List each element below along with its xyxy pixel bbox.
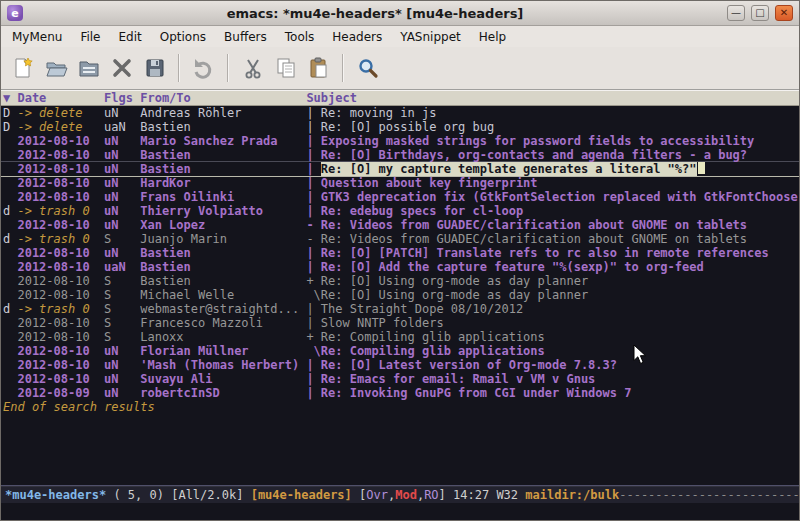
message-mark-char [3,190,10,204]
message-date-or-mark: -> delete [17,106,89,120]
menu-item-help[interactable]: Help [470,28,515,46]
menu-item-yasnippet[interactable]: YASnippet [391,28,470,46]
message-row[interactable]: 2012-08-10uNBastien|Re: [O] Birthdays, o… [1,148,799,162]
message-from: robertcInSD [140,386,299,400]
message-flags: S [104,274,133,288]
message-row[interactable]: 2012-08-10uNBastien|Re: [O] my capture t… [1,162,799,176]
message-from: Bastien [140,162,299,176]
message-row[interactable]: 2012-08-10SFrancesco Mazzoli|Slow NNTP f… [1,316,799,330]
message-row[interactable]: D-> deleteuaNBastien|Re: [O] possible or… [1,120,799,134]
close-button[interactable]: ✕ [775,5,793,21]
message-row[interactable]: D-> deleteuNAndreas Röhler|Re: moving in… [1,106,799,120]
message-row[interactable]: 2012-08-10SMichael Welle \Re: [O] Using … [1,288,799,302]
message-row[interactable]: 2012-08-10uNSuvayu Ali|Re: Emacs for ema… [1,372,799,386]
message-date-or-mark: 2012-08-10 [17,288,89,302]
message-flags: uN [104,148,133,162]
menu-item-edit[interactable]: Edit [110,28,151,46]
undo-button[interactable] [187,52,220,85]
message-row[interactable]: 2012-08-09uNrobertcInSD|Re: Invoking Gnu… [1,386,799,400]
column-header-date[interactable]: Date [17,91,89,105]
kill-buffer-button[interactable] [105,52,138,85]
message-from: Xan Lopez [140,218,299,232]
toolbar-separator [227,54,229,82]
message-row[interactable]: 2012-08-10uNBastien|Re: [O] [PATCH] Tran… [1,246,799,260]
modeline-buffer-name[interactable]: *mu4e-headers* [5,488,106,502]
column-header-flags[interactable]: Flgs [104,91,133,105]
message-mark-char [3,386,10,400]
message-row[interactable]: 2012-08-10SBastien+Re: [O] Using org-mod… [1,274,799,288]
thread-connector: | [306,162,320,176]
message-from: 'Mash (Thomas Herbert) [140,358,299,372]
message-row[interactable]: d-> trash 0uNThierry Volpiatto|Re: edebu… [1,204,799,218]
sort-direction-icon[interactable]: ▼ [3,91,10,105]
message-mark-char [3,260,10,274]
message-subject: Re: Videos from GUADEC/clarification abo… [321,218,747,232]
message-row[interactable]: 2012-08-10uNXan Lopez-Re: Videos from GU… [1,218,799,232]
mode-line[interactable]: *mu4e-headers* ( 5, 0) [All/2.0k] [mu4e-… [1,485,799,503]
thread-connector: | [306,190,320,204]
message-subject: Re: Compiling glib applications [321,344,545,358]
save-button[interactable] [138,52,171,85]
message-from: Suvayu Ali [140,372,299,386]
message-date-or-mark: 2012-08-10 [17,330,89,344]
thread-connector: - [306,232,320,246]
message-row[interactable]: d-> trash 0Swebmaster@straightd...|The S… [1,302,799,316]
message-from: Florian Müllner [140,344,299,358]
modeline-major-mode[interactable]: [mu4e-headers] [251,488,352,502]
message-row[interactable]: 2012-08-10uNHardKor|Question about key f… [1,176,799,190]
open-file-button[interactable] [39,52,72,85]
menu-item-buffers[interactable]: Buffers [215,28,276,46]
search-button[interactable] [351,52,384,85]
message-row[interactable]: 2012-08-10uNFrans Oilinki|GTK3 deprecati… [1,190,799,204]
menu-item-file[interactable]: File [71,28,109,46]
modeline-overwrite-indicator[interactable]: Ovr [366,488,388,502]
modeline-comma: , [417,488,424,502]
cut-button[interactable] [236,52,269,85]
mu4e-headers-buffer: D-> deleteuNAndreas Röhler|Re: moving in… [1,106,799,485]
modeline-filler: -------------------------- [619,488,799,502]
echo-area[interactable] [1,503,799,520]
new-file-button[interactable] [6,52,39,85]
menu-item-mymenu[interactable]: MyMenu [3,28,71,46]
modeline-modified-indicator[interactable]: Mod [395,488,417,502]
dired-button[interactable] [72,52,105,85]
paste-button[interactable] [302,52,335,85]
modeline-readonly-indicator[interactable]: RO [424,488,438,502]
message-date-or-mark: -> trash 0 [17,302,89,316]
message-flags: uN [104,358,133,372]
copy-button[interactable] [269,52,302,85]
message-row[interactable]: 2012-08-10uN'Mash (Thomas Herbert)|Re: [… [1,358,799,372]
message-row[interactable]: d-> trash 0SJuanjo Marin-Re: Videos from… [1,232,799,246]
paste-icon [307,56,331,80]
column-header-from[interactable]: From/To [140,91,299,105]
message-row[interactable]: 2012-08-10SLanoxx+Re: Compiling glib app… [1,330,799,344]
message-date-or-mark: 2012-08-10 [17,316,89,330]
message-subject: Re: [O] Using org-mode as day planner [321,288,588,302]
maximize-button[interactable]: □ [751,5,769,21]
menu-item-headers[interactable]: Headers [323,28,391,46]
message-from: Bastien [140,246,299,260]
message-from: Frans Oilinki [140,190,299,204]
message-row[interactable]: 2012-08-10uNMario Sanchez Prada|Exposing… [1,134,799,148]
message-mark-char: d [3,232,10,246]
message-from: Bastien [140,260,299,274]
message-date-or-mark: 2012-08-10 [17,134,89,148]
column-header-subject[interactable]: Subject [306,91,357,105]
message-date-or-mark: -> trash 0 [17,232,89,246]
message-flags: uN [104,162,133,176]
thread-connector: | [306,260,320,274]
title-bar[interactable]: e emacs: *mu4e-headers* [mu4e-headers] —… [1,1,799,26]
message-row[interactable]: 2012-08-10uNFlorian Müllner \Re: Compili… [1,344,799,358]
minimize-button[interactable]: — [727,5,745,21]
thread-connector: - [306,218,320,232]
message-subject: The Straight Dope 08/10/2012 [321,302,523,316]
new-file-icon [11,56,35,80]
message-row[interactable]: 2012-08-10uaNBastien|Re: [O] Add the cap… [1,260,799,274]
message-from: HardKor [140,176,299,190]
menu-item-tools[interactable]: Tools [276,28,324,46]
message-mark-char [3,218,10,232]
message-date-or-mark: 2012-08-10 [17,176,89,190]
message-subject: Re: Videos from GUADEC/clarification abo… [321,232,747,246]
toolbar-separator [178,54,180,82]
menu-item-options[interactable]: Options [151,28,215,46]
